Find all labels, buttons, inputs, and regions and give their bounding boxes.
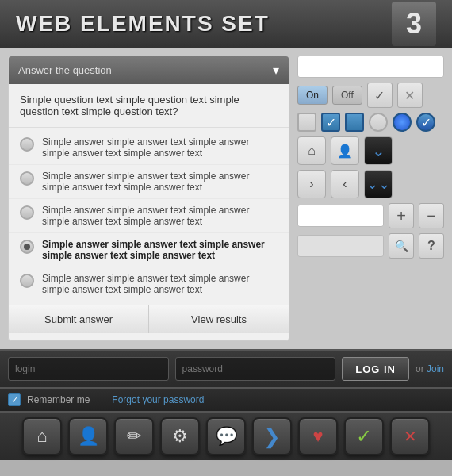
- nav-row-2: › ‹ ⌄⌄: [297, 170, 444, 198]
- quiz-dropdown-icon[interactable]: ▾: [273, 63, 279, 78]
- remember-label: Remember me: [27, 394, 90, 405]
- edit-icon[interactable]: ✏: [114, 417, 154, 455]
- quiz-header: Answer the question ▾: [9, 56, 289, 84]
- ui-elements-panel: On Off ✓ ✕ ✓ ✓ ⌂ 👤 ⌄ › ‹ ⌄⌄: [297, 56, 444, 341]
- stepper-row: + −: [297, 203, 444, 228]
- forward-nav-button[interactable]: ›: [297, 170, 326, 198]
- radio-circle-3-checked[interactable]: ✓: [416, 113, 435, 132]
- home-icon[interactable]: ⌂: [22, 417, 62, 455]
- double-chevron-nav-button[interactable]: ⌄⌄: [364, 170, 393, 198]
- checkbox-2-checked[interactable]: ✓: [321, 113, 340, 132]
- search-button[interactable]: 🔍: [389, 233, 414, 259]
- quiz-answer-2[interactable]: Simple answer simple answer text simple …: [9, 165, 289, 199]
- login-button[interactable]: LOG IN: [342, 357, 409, 381]
- radio-2[interactable]: [20, 171, 34, 186]
- search-row: 🔍 ?: [297, 233, 444, 259]
- header-title: WEB ELEMENTS SET: [16, 11, 270, 36]
- radio-4[interactable]: [20, 240, 34, 254]
- checkbox-1[interactable]: [297, 113, 316, 132]
- quiz-footer: Submit answer View results: [9, 305, 289, 333]
- remember-row: ✓ Remember me Forgot your password: [0, 389, 452, 411]
- check-icon[interactable]: ✓: [344, 417, 384, 455]
- header: WEB ELEMENTS SET 3: [0, 0, 452, 48]
- quiz-header-label: Answer the question: [18, 64, 112, 76]
- icon-bar: ⌂ 👤 ✏ ⚙ 💬 ❯ ♥ ✓ ✕: [0, 411, 452, 460]
- text-input[interactable]: [297, 56, 444, 78]
- radio-circle-1[interactable]: [369, 113, 388, 132]
- header-number: 3: [392, 2, 436, 46]
- remember-checkbox[interactable]: ✓: [8, 393, 21, 406]
- answer-text-4: Simple answer simple answer text simple …: [42, 239, 278, 261]
- main-area: Answer the question ▾ Simple question te…: [0, 48, 452, 349]
- checkmark-button[interactable]: ✓: [367, 83, 393, 108]
- forgot-password-link[interactable]: Forgot your password: [112, 394, 204, 405]
- password-input[interactable]: [175, 357, 336, 381]
- cross-button[interactable]: ✕: [397, 83, 423, 108]
- close-icon[interactable]: ✕: [390, 417, 430, 455]
- quiz-question: Simple question text simple question tex…: [9, 84, 289, 128]
- heart-icon[interactable]: ♥: [298, 417, 338, 455]
- radio-circle-2-checked[interactable]: [393, 113, 412, 132]
- settings-icon[interactable]: ⚙: [160, 417, 200, 455]
- quiz-panel: Answer the question ▾ Simple question te…: [8, 56, 289, 341]
- user-nav-button[interactable]: 👤: [331, 136, 359, 165]
- chevron-down-icon[interactable]: ❯: [252, 417, 292, 455]
- chevron-down-nav-button[interactable]: ⌄: [364, 136, 393, 165]
- quiz-answer-4[interactable]: Simple answer simple answer text simple …: [9, 233, 289, 267]
- user-icon[interactable]: 👤: [68, 417, 108, 455]
- toggle-off-button[interactable]: Off: [332, 86, 362, 105]
- radio-3[interactable]: [20, 205, 34, 220]
- chat-icon[interactable]: 💬: [206, 417, 246, 455]
- answer-text-2: Simple answer simple answer text simple …: [42, 171, 278, 193]
- home-nav-button[interactable]: ⌂: [297, 136, 326, 165]
- radio-inner-4: [24, 244, 30, 250]
- back-nav-button[interactable]: ‹: [331, 170, 359, 198]
- stepper-input[interactable]: [297, 205, 384, 227]
- decrement-button[interactable]: −: [419, 203, 444, 228]
- view-results-button[interactable]: View results: [149, 305, 289, 333]
- checkbox-row: ✓ ✓: [297, 113, 444, 132]
- toggle-row: On Off ✓ ✕: [297, 83, 444, 108]
- quiz-answer-5[interactable]: Simple answer simple answer text simple …: [9, 267, 289, 301]
- nav-row-1: ⌂ 👤 ⌄: [297, 136, 444, 165]
- answer-text-1: Simple answer simple answer text simple …: [42, 136, 278, 159]
- increment-button[interactable]: +: [389, 203, 414, 228]
- answer-text-3: Simple answer simple answer text simple …: [42, 205, 278, 227]
- join-link[interactable]: Join: [427, 363, 444, 374]
- checkbox-3-checked[interactable]: [345, 113, 364, 132]
- login-input[interactable]: [8, 357, 169, 381]
- quiz-answer-3[interactable]: Simple answer simple answer text simple …: [9, 199, 289, 233]
- submit-answer-button[interactable]: Submit answer: [9, 305, 149, 333]
- radio-1[interactable]: [20, 137, 34, 152]
- search-input[interactable]: [297, 235, 384, 257]
- radio-5[interactable]: [20, 274, 34, 288]
- quiz-answers: Simple answer simple answer text simple …: [9, 128, 289, 305]
- answer-text-5: Simple answer simple answer text simple …: [42, 273, 278, 295]
- toggle-on-button[interactable]: On: [297, 86, 328, 105]
- or-join-text: or Join: [416, 363, 444, 374]
- quiz-answer-1[interactable]: Simple answer simple answer text simple …: [9, 131, 289, 165]
- login-bar: LOG IN or Join: [0, 349, 452, 389]
- help-button[interactable]: ?: [419, 233, 444, 259]
